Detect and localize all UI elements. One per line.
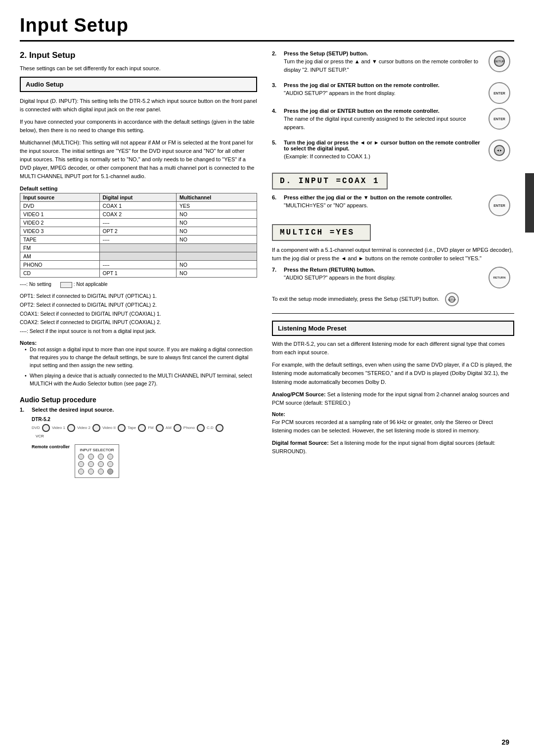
dial-inner-5: ◄► <box>494 145 505 156</box>
table-row: VIDEO 2----NO <box>20 219 257 227</box>
table-cell: VIDEO 3 <box>20 227 100 236</box>
remote-box: INPUT SELECTOR <box>75 444 119 478</box>
fm-btn[interactable] <box>156 424 164 432</box>
phono-btn[interactable] <box>197 424 205 432</box>
opt-coax-lines: OPT1: Select if connected to DIGITAL INP… <box>20 292 257 336</box>
step4-row: 4. Press the jog dial or ENTER button on… <box>272 108 514 136</box>
step1-row: 1. Select the desired input source. DTR-… <box>20 407 257 478</box>
table-cell: NO <box>177 219 257 227</box>
step4-content: Press the jog dial or ENTER button on th… <box>284 108 481 136</box>
rb8[interactable] <box>107 461 113 467</box>
rb11[interactable] <box>98 469 104 474</box>
setup-text: SETUP <box>494 60 504 63</box>
rb9[interactable] <box>78 469 84 474</box>
step5-content: Turn the jog dial or press the ◄ or ► cu… <box>284 140 481 165</box>
step2-bold: Press the Setup (SETUP) button. <box>284 50 368 56</box>
right-column: 2. Press the Setup (SETUP) button. Turn … <box>272 50 514 482</box>
listening-p4: Digital format Source: Set a listening m… <box>272 439 514 456</box>
rb10[interactable] <box>88 469 94 474</box>
step2-row: 2. Press the Setup (SETUP) button. Turn … <box>272 50 514 78</box>
separator <box>272 313 514 314</box>
step4-body: The name of the digital input currently … <box>284 115 481 132</box>
dvd-btn[interactable] <box>42 424 50 432</box>
cd-btn[interactable] <box>216 424 223 432</box>
table-cell: FM <box>20 244 100 252</box>
dtr52-label: DTR-5.2 <box>32 417 50 422</box>
section-heading: 2. Input Setup <box>20 50 257 60</box>
rb1[interactable] <box>78 454 84 460</box>
table-legend: ----: No setting : Not applicable <box>20 282 257 287</box>
legend-not-applicable: : Not applicable <box>60 282 108 287</box>
step1-num: 1. <box>20 407 28 413</box>
default-settings-table: Input source Digital input Multichannel … <box>20 193 257 278</box>
coax1-line: COAX1: Select if connected to DIGITAL IN… <box>20 310 257 319</box>
listening-p3: Analog/PCM Source: Set a listening mode … <box>272 390 514 407</box>
table-cell: COAX 1 <box>99 202 177 210</box>
phono-label: Phono <box>183 425 195 430</box>
dash-line: ----: Select if the input source is not … <box>20 327 257 336</box>
cd-label: C.D <box>207 425 214 430</box>
table-row: DVDCOAX 1YES <box>20 202 257 210</box>
table-cell <box>177 252 257 261</box>
rb6[interactable] <box>88 461 94 467</box>
table-cell: OPT 2 <box>99 227 177 236</box>
rb7[interactable] <box>98 461 104 467</box>
rb4[interactable] <box>107 454 113 460</box>
step6-bold: Press either the jog dial or the ▼ butto… <box>284 194 452 200</box>
rb12[interactable] <box>107 469 113 474</box>
table-cell: ---- <box>99 261 177 269</box>
table-cell: TAPE <box>20 236 100 244</box>
coax2-line: COAX2: Select if connected to DIGITAL IN… <box>20 318 257 327</box>
opt1-line: OPT1: Select if connected to DIGITAL INP… <box>20 292 257 301</box>
enter-icon-4: ENTER <box>489 108 510 130</box>
table-cell: VIDEO 2 <box>20 219 100 227</box>
step7-bold: Press the Return (RETURN) button. <box>284 267 375 273</box>
table-cell: OPT 1 <box>99 269 177 278</box>
page-number: 29 <box>501 738 509 746</box>
table-row: VIDEO 3OPT 2NO <box>20 227 257 236</box>
step7-row: 7. Press the Return (RETURN) button. "AU… <box>272 267 514 288</box>
dvd-label: DVD <box>32 425 40 430</box>
video2-btn[interactable] <box>92 424 100 432</box>
listening-note-label: Note: <box>272 411 514 417</box>
return-label: RETURN <box>493 276 506 279</box>
step6-extra: If a component with a 5.1-channel output… <box>272 246 514 263</box>
step5-row: 5. Turn the jog dial or press the ◄ or ►… <box>272 140 514 165</box>
table-cell: NO <box>177 236 257 244</box>
rb3[interactable] <box>98 454 104 460</box>
col-digital-input: Digital input <box>99 193 177 202</box>
rb5[interactable] <box>78 461 84 467</box>
audio-setup-p1: Digital Input (D. INPUT): This setting t… <box>20 97 257 114</box>
dial-text-5: ◄► <box>496 149 502 152</box>
step6-body: "MULTICH=YES" or "NO" appears. <box>284 201 481 210</box>
enter-label-4: ENTER <box>493 117 505 121</box>
table-cell: PHONO <box>20 261 100 269</box>
video3-btn[interactable] <box>118 424 126 432</box>
step3-num: 3. <box>272 82 280 88</box>
section-intro: These settings can be set differently fo… <box>20 64 257 73</box>
table-cell: ---- <box>99 219 177 227</box>
am-btn[interactable] <box>174 424 181 432</box>
table-row: TAPE----NO <box>20 236 257 244</box>
setup-icon-inline: SETUP <box>445 296 459 302</box>
step5-body: (Example: If connected to COAX 1.) <box>284 152 481 161</box>
table-row: CDOPT 1NO <box>20 269 257 278</box>
video1-btn[interactable] <box>67 424 75 432</box>
table-row: FM <box>20 244 257 252</box>
step5-num: 5. <box>272 140 280 145</box>
step3-icon: ENTER <box>485 82 514 104</box>
main-title: Input Setup <box>20 15 514 42</box>
rb2[interactable] <box>88 454 94 460</box>
table-cell: YES <box>177 202 257 210</box>
step3-content: Press the jog dial or ENTER button on th… <box>284 82 481 101</box>
setup-icon: SETUP <box>489 50 510 72</box>
remote-grid <box>78 454 116 474</box>
tape-btn[interactable] <box>138 424 146 432</box>
remote-section: Remote controller INPUT SELECTOR <box>32 444 257 478</box>
step2-body: Turn the jog dial or press the ▲ and ▼ c… <box>284 57 481 74</box>
exit-text: To exit the setup mode immediately, pres… <box>272 292 514 306</box>
table-cell: NO <box>177 210 257 219</box>
notes-label: Notes: <box>20 340 257 346</box>
table-cell <box>177 244 257 252</box>
enter-label-6: ENTER <box>493 204 505 207</box>
